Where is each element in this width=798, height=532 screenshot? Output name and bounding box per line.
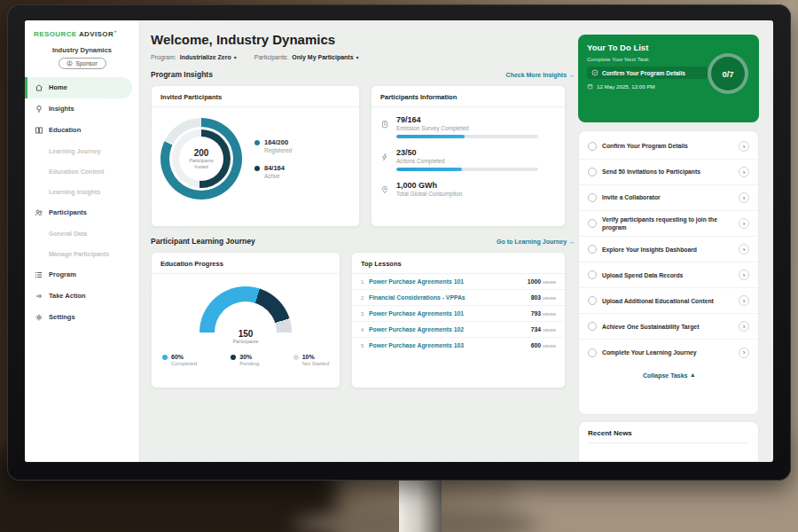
lesson-row[interactable]: 2 Financial Considerations - VPPAs 803 v… — [352, 290, 565, 306]
metric-global-consumption: 1,000 GWh Total Global Consumption — [380, 181, 556, 198]
lesson-views-unit: views — [543, 279, 556, 285]
task-row[interactable]: Explore Your Insights Dashboard › — [579, 237, 758, 262]
todo-progress-ring: 0/7 — [708, 53, 748, 94]
sidebar-item-learning-journey[interactable]: Learning Journey — [25, 141, 139, 161]
sidebar-item-participants[interactable]: Participants — [25, 202, 139, 223]
people-icon — [34, 208, 43, 217]
task-label: Verify participants requesting to join t… — [602, 215, 733, 231]
gauge-center-label: Participants — [200, 339, 292, 344]
chevron-right-icon[interactable]: › — [739, 321, 749, 332]
chevron-right-icon[interactable]: › — [739, 295, 749, 306]
arrow-right-icon: → — [568, 72, 575, 78]
program-filter[interactable]: Program: Industrialize Zero ▾ — [151, 54, 237, 60]
app-logo: RESOURCE ADVISOR+ — [25, 20, 139, 38]
task-row[interactable]: Invite a Collaborator › — [579, 185, 758, 211]
sidebar-item-education-content[interactable]: Education Content — [25, 161, 139, 182]
chevron-right-icon[interactable]: › — [739, 141, 749, 152]
legend-item-active: 84/164 Active — [254, 164, 292, 179]
nav-label: Participants — [49, 208, 87, 216]
sidebar-item-general-data[interactable]: General Data — [25, 223, 139, 244]
sidebar-item-settings[interactable]: Settings — [25, 307, 139, 328]
lesson-title-link[interactable]: Power Purchase Agreements 101 — [369, 310, 531, 317]
learning-cards-row: Education Progress 150 Participants — [151, 252, 571, 388]
legend-dot — [293, 355, 299, 360]
sidebar-item-take-action[interactable]: Take Action — [25, 286, 139, 307]
task-checkbox[interactable] — [588, 245, 597, 254]
task-checkbox[interactable] — [588, 296, 597, 305]
scene: RESOURCE ADVISOR+ Industry Dynamics Spon… — [0, 0, 798, 532]
task-label: Complete Your Learning Journey — [602, 348, 733, 356]
task-row[interactable]: Complete Your Learning Journey › — [579, 340, 758, 365]
task-row[interactable]: Upload Spend Data Records › — [579, 262, 758, 288]
sidebar-item-insights[interactable]: Insights — [25, 98, 139, 120]
metric-value: 23/50 — [396, 148, 556, 157]
task-checkbox[interactable] — [588, 193, 597, 202]
legend-label: Completed — [171, 361, 197, 366]
recent-news-card: Recent News — [578, 421, 759, 462]
calendar-icon — [587, 83, 593, 90]
chevron-right-icon[interactable]: › — [739, 270, 749, 280]
lesson-title-link[interactable]: Financial Considerations - VPPAs — [369, 294, 531, 301]
collapse-tasks-link[interactable]: Collapse Tasks ▴ — [579, 365, 758, 382]
lesson-row[interactable]: 4 Power Purchase Agreements 102 734 view… — [352, 322, 565, 338]
task-label: Confirm Your Program Details — [602, 142, 733, 150]
task-row[interactable]: Verify participants requesting to join t… — [579, 211, 758, 237]
chevron-right-icon[interactable]: › — [739, 218, 749, 229]
lesson-title-link[interactable]: Power Purchase Agreements 101 — [369, 278, 528, 285]
invited-donut-chart: 200 Participants Invited — [160, 118, 242, 200]
education-gauge-chart: 150 Participants — [200, 286, 292, 332]
task-row[interactable]: Send 50 Invitations to Participants › — [579, 160, 758, 185]
program-filter-label: Program: — [151, 54, 176, 60]
monitor-bezel: RESOURCE ADVISOR+ Industry Dynamics Spon… — [7, 4, 791, 481]
logo-text-primary: RESOURCE — [34, 30, 77, 38]
chevron-right-icon[interactable]: › — [739, 167, 749, 177]
lesson-row[interactable]: 1 Power Purchase Agreements 101 1000 vie… — [352, 274, 565, 290]
chevron-right-icon[interactable]: › — [739, 192, 749, 203]
app-screen: RESOURCE ADVISOR+ Industry Dynamics Spon… — [25, 20, 773, 462]
lesson-title-link[interactable]: Power Purchase Agreements 102 — [369, 326, 531, 332]
task-checkbox[interactable] — [588, 142, 597, 151]
legend-label: Pending — [239, 361, 259, 366]
task-checkbox[interactable] — [588, 270, 597, 279]
sidebar-item-learning-insights[interactable]: Learning Insights — [25, 182, 139, 202]
sidebar-item-program[interactable]: Program — [25, 264, 139, 286]
learning-journey-header: Participant Learning Journey Go to Learn… — [151, 237, 575, 246]
monitor-stand — [399, 475, 442, 532]
next-task-chip[interactable]: Confirm Your Program Details — [587, 66, 708, 79]
lesson-row[interactable]: 3 Power Purchase Agreements 101 793 view… — [352, 306, 565, 322]
task-label: Explore Your Insights Dashboard — [602, 246, 733, 254]
task-checkbox[interactable] — [588, 322, 597, 331]
go-to-learning-journey-link[interactable]: Go to Learning Journey → — [497, 239, 575, 245]
arrow-right-icon: → — [568, 239, 575, 245]
todo-progress-value: 0/7 — [722, 69, 733, 79]
sidebar-item-education[interactable]: Education — [25, 120, 139, 141]
nav-label: Education Content — [49, 168, 104, 175]
chevron-right-icon[interactable]: › — [739, 348, 749, 358]
sidebar-item-manage-participants[interactable]: Manage Participants — [25, 244, 139, 264]
book-icon — [34, 126, 43, 135]
task-checkbox[interactable] — [588, 348, 597, 357]
gauge-center: 150 Participants — [200, 329, 292, 344]
lesson-views-unit: views — [543, 311, 556, 317]
participants-filter[interactable]: Participants: Only My Participants ▾ — [254, 54, 359, 60]
info-metrics: 79/164 Emission Survey Completed 23/50 A… — [372, 107, 565, 215]
task-row[interactable]: Upload Additional Educational Content › — [579, 288, 758, 314]
sponsor-badge[interactable]: Sponsor — [59, 58, 106, 69]
sidebar-item-home[interactable]: Home — [25, 77, 132, 98]
participants-filter-value: Only My Participants — [292, 54, 353, 60]
nav-label: Education — [49, 126, 81, 134]
check-more-insights-link[interactable]: Check More Insights → — [506, 72, 575, 78]
task-checkbox[interactable] — [588, 168, 597, 176]
lesson-views: 793 — [531, 310, 541, 317]
task-row[interactable]: Confirm Your Program Details › — [579, 134, 758, 160]
recent-news-title: Recent News — [588, 429, 749, 443]
task-checkbox[interactable] — [588, 219, 597, 228]
section-title: Participant Learning Journey — [151, 237, 255, 246]
task-row[interactable]: Achieve One Sustainability Target › — [579, 314, 758, 340]
task-label: Send 50 Invitations to Participants — [602, 168, 733, 176]
chevron-right-icon[interactable]: › — [739, 244, 749, 254]
legend-label: Registered — [264, 147, 292, 153]
education-progress-card: Education Progress 150 Participants — [151, 252, 340, 388]
lesson-row[interactable]: 5 Power Purchase Agreements 103 600 view… — [352, 338, 565, 353]
lesson-title-link[interactable]: Power Purchase Agreements 103 — [369, 342, 531, 348]
